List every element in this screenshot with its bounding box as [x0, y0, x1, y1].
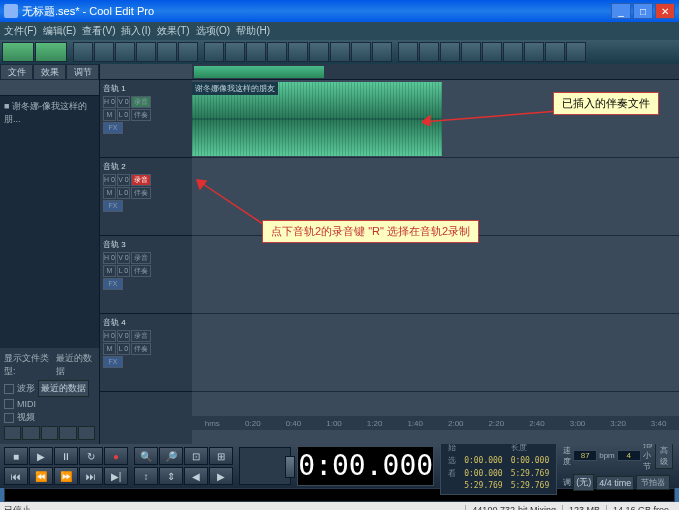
play-button[interactable]: ▶ — [29, 447, 53, 465]
track2-out[interactable]: 伴奏 — [131, 187, 151, 199]
play-loop-button[interactable]: ↻ — [79, 447, 103, 465]
maximize-button[interactable]: □ — [633, 3, 653, 19]
track2-m[interactable]: M 0 — [103, 187, 116, 199]
tool-10-icon[interactable] — [267, 42, 287, 62]
track1-m[interactable]: M 0 — [103, 109, 116, 121]
track1-fx[interactable]: FX — [103, 122, 123, 134]
nav-3[interactable] — [41, 426, 58, 440]
tool-8-icon[interactable] — [225, 42, 245, 62]
track3-out[interactable]: 伴奏 — [131, 265, 151, 277]
menu-view[interactable]: 查看(V) — [82, 24, 115, 38]
track2-fx[interactable]: FX — [103, 200, 123, 212]
track4-v[interactable]: V 0 — [117, 330, 130, 342]
menu-file[interactable]: 文件(F) — [4, 24, 37, 38]
menu-edit[interactable]: 编辑(E) — [43, 24, 76, 38]
tool-undo-icon[interactable] — [178, 42, 198, 62]
menu-options[interactable]: 选项(O) — [196, 24, 230, 38]
tool-7-icon[interactable] — [204, 42, 224, 62]
tool-14-icon[interactable] — [351, 42, 371, 62]
tool-24-icon[interactable] — [566, 42, 586, 62]
track3-m[interactable]: M 0 — [103, 265, 116, 277]
waveform-area[interactable]: 谢冬娜像我这样的朋友 已插入的伴奏文件 点下音轨2的录音键 "R" 选择在音轨2… — [192, 64, 679, 444]
tool-18-icon[interactable] — [440, 42, 460, 62]
overview-bar[interactable] — [192, 64, 679, 80]
file-item[interactable]: ■ 谢冬娜-像我这样的朋... — [2, 98, 97, 128]
track4-out[interactable]: 伴奏 — [131, 343, 151, 355]
track1-v[interactable]: V 0 — [117, 96, 130, 108]
track-4-wave[interactable] — [192, 314, 679, 392]
zoom-out-v-button[interactable]: ⇕ — [159, 467, 183, 485]
pause-button[interactable]: ⏸ — [54, 447, 78, 465]
nav-1[interactable] — [4, 426, 21, 440]
metronome-button[interactable]: 节拍器 — [636, 475, 670, 490]
sig-select[interactable]: 4/4 time — [596, 476, 634, 490]
mode-multitrack-button[interactable] — [35, 42, 67, 62]
tab-effects[interactable]: 效果 — [33, 64, 66, 80]
track4-h[interactable]: H 0 — [103, 330, 116, 342]
tool-21-icon[interactable] — [503, 42, 523, 62]
beat-input[interactable] — [617, 450, 641, 461]
tool-20-icon[interactable] — [482, 42, 502, 62]
track3-fx[interactable]: FX — [103, 278, 123, 290]
master-volume-slider[interactable] — [239, 447, 291, 485]
record-button[interactable]: ● — [104, 447, 128, 465]
tool-9-icon[interactable] — [246, 42, 266, 62]
track2-l[interactable]: L 0 — [117, 187, 130, 199]
menu-effects[interactable]: 效果(T) — [157, 24, 190, 38]
forward-button[interactable]: ⏩ — [54, 467, 78, 485]
track4-l[interactable]: L 0 — [117, 343, 130, 355]
zoom-in-v-button[interactable]: ↕ — [134, 467, 158, 485]
tool-11-icon[interactable] — [288, 42, 308, 62]
track3-h[interactable]: H 0 — [103, 252, 116, 264]
track-3-wave[interactable] — [192, 236, 679, 314]
advanced-button[interactable]: 高级 — [655, 443, 673, 469]
chk-video[interactable] — [4, 413, 14, 423]
minimize-button[interactable]: _ — [611, 3, 631, 19]
tool-new-icon[interactable] — [73, 42, 93, 62]
tool-15-icon[interactable] — [372, 42, 392, 62]
tool-save-icon[interactable] — [115, 42, 135, 62]
track2-v[interactable]: V 0 — [117, 174, 130, 186]
go-start-button[interactable]: ⏮ — [4, 467, 28, 485]
track3-rec-button[interactable]: 录音 — [131, 252, 151, 264]
nav-4[interactable] — [59, 426, 76, 440]
bpm-input[interactable] — [573, 450, 597, 461]
tool-22-icon[interactable] — [524, 42, 544, 62]
tool-copy-icon[interactable] — [136, 42, 156, 62]
chk-midi[interactable] — [4, 399, 14, 409]
tool-17-icon[interactable] — [419, 42, 439, 62]
close-button[interactable]: ✕ — [655, 3, 675, 19]
track1-h[interactable]: H 0 — [103, 96, 116, 108]
key-select[interactable]: (无) — [573, 474, 594, 491]
track1-l[interactable]: L 0 — [117, 109, 130, 121]
menu-insert[interactable]: 插入(I) — [121, 24, 150, 38]
play-to-end-button[interactable]: ▶| — [104, 467, 128, 485]
nav-2[interactable] — [22, 426, 39, 440]
stop-button[interactable]: ■ — [4, 447, 28, 465]
go-end-button[interactable]: ⏭ — [79, 467, 103, 485]
tool-open-icon[interactable] — [94, 42, 114, 62]
zoom-out-button[interactable]: 🔎 — [159, 447, 183, 465]
zoom-full-button[interactable]: ⊡ — [184, 447, 208, 465]
tool-16-icon[interactable] — [398, 42, 418, 62]
zoom-left-button[interactable]: ◀ — [184, 467, 208, 485]
track4-fx[interactable]: FX — [103, 356, 123, 368]
track3-v[interactable]: V 0 — [117, 252, 130, 264]
track4-rec-button[interactable]: 录音 — [131, 330, 151, 342]
rewind-button[interactable]: ⏪ — [29, 467, 53, 485]
zoom-sel-button[interactable]: ⊞ — [209, 447, 233, 465]
tool-23-icon[interactable] — [545, 42, 565, 62]
tab-files[interactable]: 文件 — [0, 64, 33, 80]
track2-rec-button[interactable]: 录音 — [131, 174, 151, 186]
chk-wave[interactable] — [4, 384, 14, 394]
tab-favorites[interactable]: 调节 — [66, 64, 99, 80]
recent-select[interactable]: 最近的数据 — [38, 380, 89, 397]
menu-help[interactable]: 帮助(H) — [236, 24, 270, 38]
track1-rec-button[interactable]: 录音 — [131, 96, 151, 108]
zoom-in-button[interactable]: 🔍 — [134, 447, 158, 465]
zoom-right-button[interactable]: ▶ — [209, 467, 233, 485]
track3-l[interactable]: L 0 — [117, 265, 130, 277]
track2-h[interactable]: H 0 — [103, 174, 116, 186]
tool-12-icon[interactable] — [309, 42, 329, 62]
tool-19-icon[interactable] — [461, 42, 481, 62]
